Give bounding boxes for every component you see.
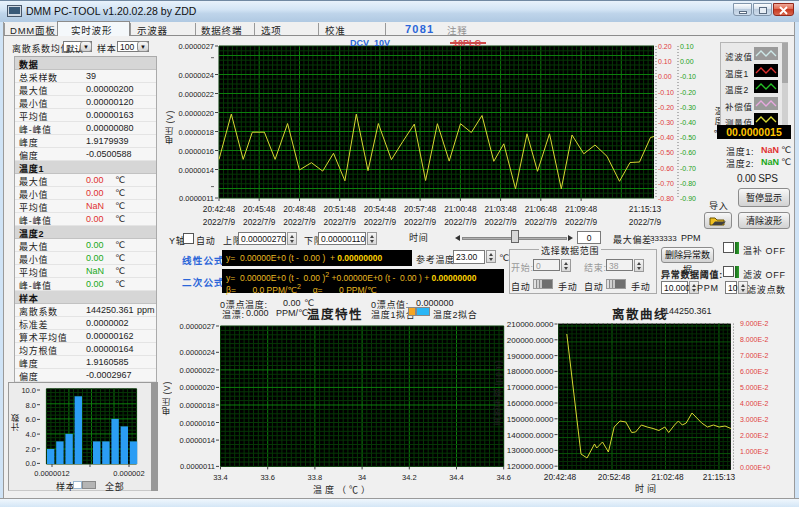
svg-text:120000.0000: 120000.0000 xyxy=(507,462,554,471)
svg-text:180000.0000: 180000.0000 xyxy=(507,367,554,376)
svg-text:2.000E-2: 2.000E-2 xyxy=(740,432,769,439)
svg-text:0.000E+0: 0.000E+0 xyxy=(740,464,770,471)
svg-text:200000.0000: 200000.0000 xyxy=(507,336,554,345)
svg-text:8.000E-2: 8.000E-2 xyxy=(740,336,769,343)
svg-text:4.000E-2: 4.000E-2 xyxy=(740,400,769,407)
svg-text:7.000E-2: 7.000E-2 xyxy=(740,352,769,359)
svg-text:9.000E-2: 9.000E-2 xyxy=(740,320,769,327)
svg-text:6.000E-2: 6.000E-2 xyxy=(740,368,769,375)
svg-text:3.000E-2: 3.000E-2 xyxy=(740,416,769,423)
svg-text:140000.0000: 140000.0000 xyxy=(507,431,554,440)
svg-text:190000.0000: 190000.0000 xyxy=(507,352,554,361)
svg-text:170000.0000: 170000.0000 xyxy=(507,383,554,392)
svg-text:5.000E-2: 5.000E-2 xyxy=(740,384,769,391)
svg-text:210000.0000: 210000.0000 xyxy=(507,320,554,329)
svg-text:130000.0000: 130000.0000 xyxy=(507,446,554,455)
svg-text:20:52:48: 20:52:48 xyxy=(598,472,631,482)
svg-text:21:15:13: 21:15:13 xyxy=(703,472,736,482)
svg-text:150000.0000: 150000.0000 xyxy=(507,415,554,424)
svg-text:时间: 时间 xyxy=(635,483,659,494)
svg-text:1.000E-2: 1.000E-2 xyxy=(740,448,769,455)
svg-text:21:02:48: 21:02:48 xyxy=(651,472,684,482)
svg-text:20:42:48: 20:42:48 xyxy=(544,472,577,482)
svg-text:160000.0000: 160000.0000 xyxy=(507,399,554,408)
